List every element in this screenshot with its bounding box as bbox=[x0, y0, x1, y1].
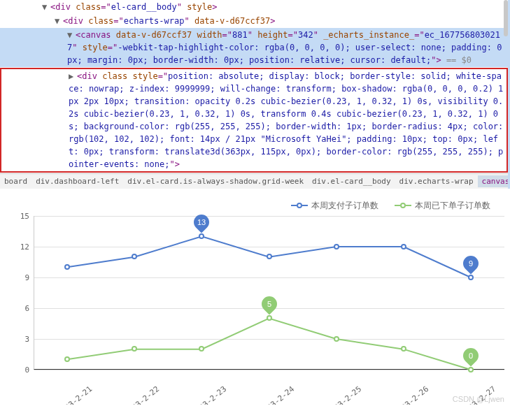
collapsed-arrow[interactable]: ▶ bbox=[69, 70, 77, 82]
y-tick-label: 12 bbox=[13, 242, 29, 251]
data-point[interactable] bbox=[64, 356, 70, 362]
data-point[interactable] bbox=[199, 346, 204, 352]
y-tick-label: 9 bbox=[13, 273, 29, 282]
legend-series-2[interactable]: 本周已下单子订单数 bbox=[395, 200, 490, 212]
legend-series-1[interactable]: 本周支付子订单数 bbox=[291, 200, 378, 212]
breadcrumb-item[interactable]: div.el-card.is-always-shadow.grid-week bbox=[123, 175, 308, 187]
chart-container: 本周支付子订单数 本周已下单子订单数 036912152023-2-212023… bbox=[0, 189, 510, 405]
scrollbar-thumb[interactable] bbox=[504, 0, 508, 36]
dom-node-echarts-wrap[interactable]: ▼<div class="echarts-wrap" data-v-d67ccf… bbox=[0, 14, 508, 28]
x-tick-label: 2023-2-23 bbox=[190, 384, 228, 405]
data-point[interactable] bbox=[132, 346, 137, 352]
chart-plot-area[interactable]: 036912152023-2-212023-2-222023-2-232023-… bbox=[34, 216, 504, 370]
y-tick-label: 0 bbox=[13, 365, 29, 374]
data-point[interactable] bbox=[401, 244, 406, 249]
legend-label: 本周已下单子订单数 bbox=[415, 200, 490, 212]
legend-marker-icon bbox=[291, 203, 308, 208]
dom-node-card-body[interactable]: ▼<div class="el-card__body" style> bbox=[0, 0, 508, 14]
data-marker[interactable]: 5 bbox=[262, 296, 277, 316]
data-point[interactable] bbox=[334, 244, 339, 249]
expand-arrow[interactable]: ▼ bbox=[55, 15, 63, 27]
x-tick-label: 2023-2-22 bbox=[123, 384, 161, 405]
gridline bbox=[34, 370, 504, 370]
breadcrumb-item[interactable]: div.echarts-wrap bbox=[395, 175, 478, 187]
chart-lines bbox=[34, 216, 504, 370]
x-tick-label: 2023-2-24 bbox=[258, 384, 296, 405]
data-marker[interactable]: 0 bbox=[463, 348, 479, 368]
data-point[interactable] bbox=[468, 275, 474, 280]
breadcrumb-item[interactable]: div.el-card__body bbox=[308, 175, 395, 187]
devtools-elements-panel[interactable]: ▼<div class="el-card__body" style> ▼<div… bbox=[0, 0, 510, 189]
dom-node-canvas[interactable]: ▼<canvas data-v-d67ccf37 width="881" hei… bbox=[0, 28, 508, 67]
breadcrumb: board div.dashboard-left div.el-card.is-… bbox=[0, 173, 508, 189]
y-tick-label: 3 bbox=[13, 334, 29, 343]
data-marker[interactable]: 9 bbox=[463, 256, 479, 275]
breadcrumb-item[interactable]: board bbox=[0, 175, 31, 187]
data-point[interactable] bbox=[267, 254, 272, 259]
x-tick-label: 2023-2-21 bbox=[56, 384, 94, 405]
y-tick-label: 6 bbox=[13, 303, 29, 312]
chart-legend: 本周支付子订单数 本周已下单子订单数 bbox=[6, 198, 510, 212]
data-marker[interactable]: 13 bbox=[194, 215, 209, 234]
x-tick-label: 2023-2-26 bbox=[392, 384, 430, 405]
x-tick-label: 2023-2-25 bbox=[325, 384, 363, 405]
data-point[interactable] bbox=[267, 315, 272, 321]
expand-arrow[interactable]: ▼ bbox=[42, 1, 50, 13]
data-point[interactable] bbox=[334, 336, 339, 342]
y-tick-label: 15 bbox=[13, 211, 29, 220]
breadcrumb-item-active[interactable]: canvas bbox=[478, 175, 508, 187]
legend-marker-icon bbox=[395, 203, 411, 208]
data-point[interactable] bbox=[199, 233, 204, 239]
breadcrumb-item[interactable]: div.dashboard-left bbox=[31, 175, 123, 187]
dom-node-tooltip-div[interactable]: ▶<div class style="position: absolute; d… bbox=[0, 68, 508, 173]
legend-label: 本周支付子订单数 bbox=[311, 200, 378, 212]
data-point[interactable] bbox=[64, 264, 70, 270]
data-point[interactable] bbox=[401, 346, 406, 352]
data-point[interactable] bbox=[468, 367, 474, 372]
watermark: CSDN @Ljwen bbox=[453, 395, 504, 403]
data-point[interactable] bbox=[132, 254, 137, 259]
expand-arrow[interactable]: ▼ bbox=[67, 29, 76, 41]
